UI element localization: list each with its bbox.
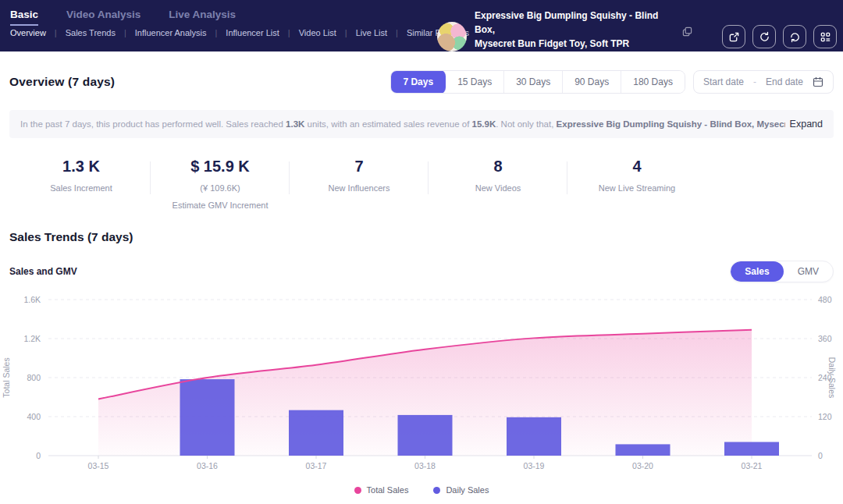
x-axis-label: 03-16 bbox=[197, 461, 218, 470]
top-header: BasicVideo AnalysisLive Analysis Overvie… bbox=[0, 0, 843, 51]
stat-value: 7 bbox=[290, 158, 429, 176]
left-axis-tick: 0 bbox=[36, 451, 41, 460]
range-button-7-days[interactable]: 7 Days bbox=[390, 70, 446, 94]
subnav-item-sales-trends[interactable]: Sales Trends bbox=[57, 28, 124, 37]
tab-video-analysis[interactable]: Video Analysis bbox=[66, 9, 140, 26]
range-button-15-days[interactable]: 15 Days bbox=[446, 71, 504, 93]
legend-label: Total Sales bbox=[367, 485, 409, 495]
summary-segment: 15.9K bbox=[472, 119, 496, 129]
summary-segment: In the past 7 days, this product has per… bbox=[20, 119, 286, 129]
toggle-gmv[interactable]: GMV bbox=[784, 261, 833, 282]
date-separator: - bbox=[753, 76, 756, 87]
sales-trends-title: Sales Trends (7 days) bbox=[9, 230, 834, 244]
x-axis-label: 03-20 bbox=[632, 461, 653, 470]
range-button-180-days[interactable]: 180 Days bbox=[621, 71, 685, 93]
stat-new-videos: 8New Videos bbox=[429, 158, 567, 210]
right-axis-tick: 480 bbox=[818, 295, 832, 304]
daily-sales-bar bbox=[289, 410, 343, 456]
summary-segment: units, with an estimated sales revenue o… bbox=[304, 119, 471, 129]
legend-dot bbox=[433, 487, 440, 494]
product-avatar bbox=[437, 22, 467, 51]
stat-sales-increment: 1.3 KSales Increment bbox=[12, 158, 151, 210]
left-axis-title: Total Sales bbox=[2, 357, 11, 397]
subnav-item-video-list[interactable]: Video List bbox=[290, 28, 345, 37]
toggle-sales[interactable]: Sales bbox=[731, 261, 783, 282]
apps-grid-button[interactable] bbox=[813, 25, 837, 48]
summary-text: In the past 7 days, this product has per… bbox=[20, 119, 785, 129]
legend-dot bbox=[354, 487, 361, 494]
stat-label: New Influencers bbox=[290, 183, 429, 193]
x-axis-label: 03-21 bbox=[742, 461, 763, 470]
tab-basic[interactable]: Basic bbox=[10, 9, 38, 26]
stat-label: (¥ 109.6K) bbox=[151, 183, 290, 193]
product-title-line2: Mysecret Bun Fidget Toy, Soft TPR Materi… bbox=[475, 37, 676, 65]
copy-icon[interactable] bbox=[682, 27, 692, 37]
stat-label: New Live Streaming bbox=[567, 183, 706, 193]
stat-label: Sales Increment bbox=[12, 183, 151, 193]
daily-sales-bar bbox=[398, 415, 453, 456]
left-axis-tick: 1.2K bbox=[23, 334, 41, 343]
stat-label: Estimate GMV Increment bbox=[151, 201, 290, 210]
product-header: Expressive Big Dumpling Squishy - Blind … bbox=[437, 9, 837, 65]
summary-segment: . Not only that, bbox=[496, 119, 556, 129]
stat-new-influencers: 7New Influencers bbox=[290, 158, 429, 210]
stat-value: 4 bbox=[567, 158, 706, 176]
tab-live-analysis[interactable]: Live Analysis bbox=[169, 9, 236, 26]
product-title-line1: Expressive Big Dumpling Squishy - Blind … bbox=[475, 9, 676, 37]
left-axis-tick: 800 bbox=[27, 373, 41, 382]
x-axis-label: 03-15 bbox=[88, 461, 109, 470]
legend-item-daily-sales[interactable]: Daily Sales bbox=[433, 485, 489, 495]
header-action-buttons bbox=[722, 25, 837, 48]
sales-trend-chart-svg: 004001208002401.2K3601.6K48003-1503-1603… bbox=[0, 286, 843, 471]
start-date-field[interactable]: Start date bbox=[703, 76, 744, 87]
sales-gmv-row: Sales and GMV SalesGMV bbox=[9, 261, 834, 282]
right-axis-tick: 0 bbox=[818, 451, 823, 460]
left-axis-tick: 400 bbox=[27, 412, 41, 421]
subnav-item-live-list[interactable]: Live List bbox=[347, 28, 396, 37]
summary-segment: 1.3K bbox=[286, 119, 304, 129]
range-button-30-days[interactable]: 30 Days bbox=[504, 71, 563, 93]
apps-grid-icon bbox=[820, 31, 831, 43]
stat-new-live-streaming: 4New Live Streaming bbox=[567, 158, 706, 210]
stat-value: 8 bbox=[429, 158, 567, 176]
overview-header-row: Overview (7 days) 7 Days15 Days30 Days90… bbox=[0, 70, 843, 94]
expand-link[interactable]: Expand bbox=[790, 119, 823, 130]
stat-estimate-gmv-increment: $ 15.9 K(¥ 109.6K)Estimate GMV Increment bbox=[151, 158, 290, 210]
stat-value: $ 15.9 K bbox=[151, 158, 290, 176]
x-axis-label: 03-18 bbox=[414, 461, 436, 470]
refresh-icon bbox=[759, 31, 770, 43]
right-axis-tick: 360 bbox=[818, 334, 832, 343]
range-button-90-days[interactable]: 90 Days bbox=[563, 71, 621, 93]
stats-row: 1.3 KSales Increment$ 15.9 K(¥ 109.6K)Es… bbox=[12, 158, 843, 210]
date-range-picker[interactable]: Start date - End date bbox=[693, 70, 834, 94]
daily-sales-bar bbox=[507, 417, 561, 456]
page-title: Overview (7 days) bbox=[9, 75, 115, 89]
subnav-item-overview[interactable]: Overview bbox=[10, 28, 55, 37]
sync-button[interactable] bbox=[783, 25, 806, 48]
daily-sales-bar bbox=[616, 444, 670, 456]
sync-icon bbox=[789, 31, 801, 43]
open-external-button[interactable] bbox=[722, 25, 745, 48]
open-external-icon bbox=[728, 31, 740, 43]
right-axis-tick: 120 bbox=[818, 412, 832, 421]
sales-chart: 004001208002401.2K3601.6K48003-1503-1603… bbox=[0, 286, 843, 474]
calendar-icon[interactable] bbox=[813, 76, 823, 87]
daily-sales-bar bbox=[180, 379, 235, 456]
legend-item-total-sales[interactable]: Total Sales bbox=[354, 485, 409, 495]
time-controls: 7 Days15 Days30 Days90 Days180 Days Star… bbox=[390, 70, 834, 94]
right-axis-title: Daily Sales bbox=[827, 357, 837, 399]
refresh-button[interactable] bbox=[752, 25, 776, 48]
end-date-field[interactable]: End date bbox=[766, 76, 803, 87]
stat-value: 1.3 K bbox=[12, 158, 151, 176]
summary-segment: Expressive Big Dumpling Squishy - Blind … bbox=[557, 119, 785, 129]
stat-label: New Videos bbox=[429, 183, 567, 193]
x-axis-label: 03-19 bbox=[524, 461, 545, 470]
left-axis-tick: 1.6K bbox=[23, 295, 41, 304]
chart-subtitle: Sales and GMV bbox=[9, 266, 77, 277]
x-axis-label: 03-17 bbox=[306, 461, 327, 470]
subnav-item-influencer-list[interactable]: Influencer List bbox=[217, 28, 287, 37]
subnav-item-influencer-analysis[interactable]: Influencer Analysis bbox=[126, 28, 215, 37]
sales-gmv-toggle: SalesGMV bbox=[730, 261, 834, 282]
chart-legend: Total SalesDaily Sales bbox=[0, 485, 843, 495]
product-title: Expressive Big Dumpling Squishy - Blind … bbox=[475, 9, 676, 65]
